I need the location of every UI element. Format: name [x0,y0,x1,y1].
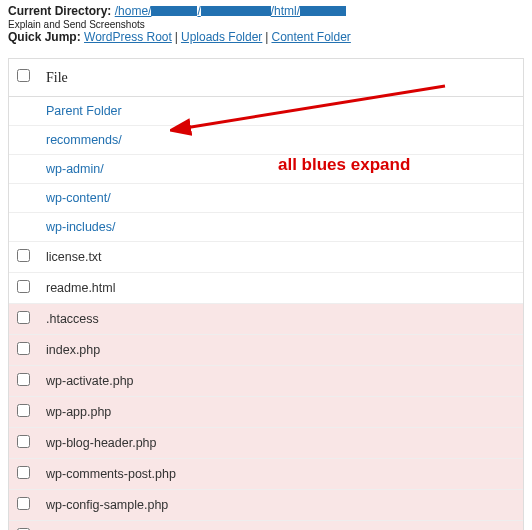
row-checkbox-cell [9,459,38,490]
folder-link[interactable]: wp-content/ [46,191,111,205]
table-row: wp-config-sample.php [9,490,523,521]
row-checkbox-cell [9,521,38,531]
row-checkbox-cell [9,428,38,459]
row-checkbox[interactable] [17,466,30,479]
file-name-cell: readme.html [38,273,523,304]
row-checkbox-cell [9,126,38,155]
row-checkbox[interactable] [17,342,30,355]
row-checkbox-cell [9,490,38,521]
file-name-cell: .htaccess [38,304,523,335]
row-checkbox-cell [9,304,38,335]
current-directory-line: Current Directory: /home///html/ [8,4,524,18]
path-html-link[interactable]: /html/ [271,4,300,18]
row-checkbox[interactable] [17,404,30,417]
file-name-cell: wp-comments-post.php [38,459,523,490]
file-name-cell: wp-config.php [38,521,523,531]
row-checkbox[interactable] [17,373,30,386]
folder-link[interactable]: Parent Folder [46,104,122,118]
file-name[interactable]: wp-activate.php [46,374,134,388]
folder-link[interactable]: recommends/ [46,133,122,147]
table-row: wp-config.php [9,521,523,531]
file-name-cell: wp-config-sample.php [38,490,523,521]
table-row: license.txt [9,242,523,273]
row-checkbox[interactable] [17,280,30,293]
redacted-segment [300,6,346,16]
file-name-cell: wp-app.php [38,397,523,428]
row-checkbox[interactable] [17,311,30,324]
table-row: wp-content/ [9,184,523,213]
quick-link-uploads-folder[interactable]: Uploads Folder [181,30,262,44]
folder-link[interactable]: wp-includes/ [46,220,115,234]
file-name[interactable]: readme.html [46,281,115,295]
table-row: wp-app.php [9,397,523,428]
row-checkbox-cell [9,184,38,213]
quick-link-wordpress-root[interactable]: WordPress Root [84,30,172,44]
quick-jump-line: Quick Jump: WordPress Root|Uploads Folde… [8,30,524,44]
file-name-cell: license.txt [38,242,523,273]
file-name-cell: wp-blog-header.php [38,428,523,459]
folder-link[interactable]: wp-admin/ [46,162,104,176]
row-checkbox-cell [9,273,38,304]
table-row: readme.html [9,273,523,304]
annotation-arrow [170,78,460,138]
file-name[interactable]: wp-comments-post.php [46,467,176,481]
file-name[interactable]: wp-config-sample.php [46,498,168,512]
file-name-cell: wp-content/ [38,184,523,213]
row-checkbox-cell [9,97,38,126]
file-name[interactable]: wp-app.php [46,405,111,419]
path-home-link[interactable]: /home/ [115,4,152,18]
file-name[interactable]: license.txt [46,250,102,264]
row-checkbox[interactable] [17,497,30,510]
table-row: .htaccess [9,304,523,335]
svg-line-0 [185,86,445,128]
row-checkbox-cell [9,397,38,428]
table-row: wp-admin/ [9,155,523,184]
select-all-checkbox[interactable] [17,69,30,82]
file-name-cell: wp-activate.php [38,366,523,397]
table-row: wp-blog-header.php [9,428,523,459]
table-row: wp-activate.php [9,366,523,397]
row-checkbox[interactable] [17,435,30,448]
file-name[interactable]: index.php [46,343,100,357]
row-checkbox-cell [9,213,38,242]
row-checkbox-cell [9,366,38,397]
annotation-text: all blues expand [278,155,410,175]
file-name[interactable]: wp-blog-header.php [46,436,157,450]
current-directory-label: Current Directory: [8,4,111,18]
quick-jump-label: Quick Jump: [8,30,81,44]
file-name-cell: wp-includes/ [38,213,523,242]
row-checkbox-cell [9,335,38,366]
table-row: wp-comments-post.php [9,459,523,490]
table-row: wp-includes/ [9,213,523,242]
redacted-segment [201,6,271,16]
row-checkbox-cell [9,155,38,184]
select-all-header [9,59,38,97]
explain-screenshots-link[interactable]: Explain and Send Screenshots [8,19,524,30]
quick-link-content-folder[interactable]: Content Folder [271,30,350,44]
row-checkbox[interactable] [17,249,30,262]
redacted-segment [151,6,197,16]
row-checkbox-cell [9,242,38,273]
table-row: index.php [9,335,523,366]
file-name-cell: index.php [38,335,523,366]
file-name[interactable]: .htaccess [46,312,99,326]
